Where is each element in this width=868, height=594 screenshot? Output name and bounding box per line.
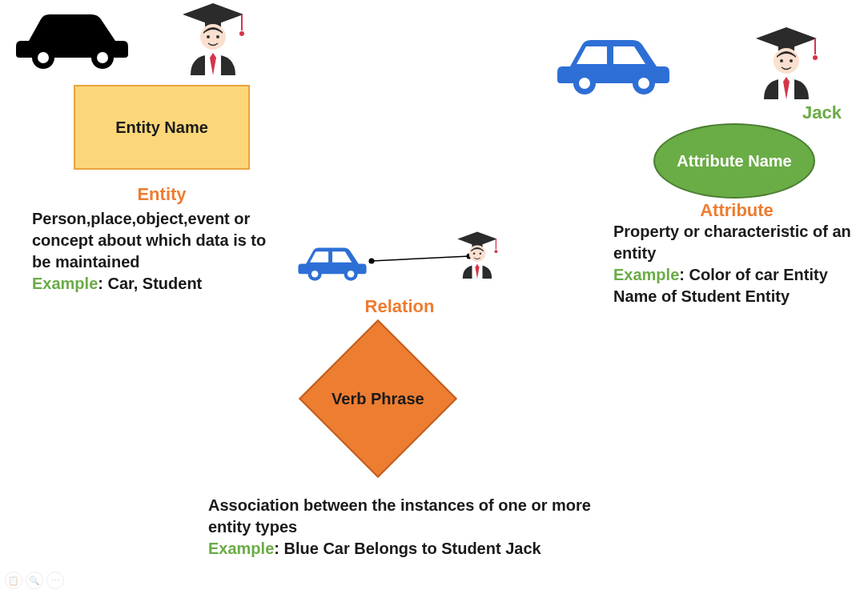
attribute-description: Property or characteristic of an entity xyxy=(613,223,851,262)
svg-point-3 xyxy=(97,52,108,63)
relation-description: Association between the instances of one… xyxy=(208,496,591,536)
attribute-example-label: Example xyxy=(613,266,679,283)
svg-point-23 xyxy=(790,59,793,62)
relation-example-label: Example xyxy=(208,540,274,557)
relation-shape: Verb Phrase xyxy=(299,319,457,478)
svg-point-39 xyxy=(480,252,482,255)
paste-icon[interactable]: 📋 xyxy=(5,572,22,589)
attribute-description-block: Property or characteristic of an entity … xyxy=(613,221,862,307)
relation-title: Relation xyxy=(356,296,444,317)
svg-point-9 xyxy=(207,35,210,38)
entity-title: Entity xyxy=(122,184,202,205)
svg-line-30 xyxy=(372,256,469,261)
svg-point-38 xyxy=(473,252,476,255)
svg-point-22 xyxy=(780,59,783,62)
svg-point-16 xyxy=(638,78,649,89)
entity-example-label: Example xyxy=(32,275,98,292)
attribute-shape: Attribute Name xyxy=(653,123,815,199)
car-icon-blue xyxy=(554,30,673,102)
relation-description-block: Association between the instances of one… xyxy=(208,495,593,560)
svg-point-36 xyxy=(494,250,497,253)
bottom-toolbar: 📋 🔍 ⋯ xyxy=(5,572,64,589)
student-icon xyxy=(181,2,245,81)
more-icon[interactable]: ⋯ xyxy=(46,572,64,589)
svg-point-27 xyxy=(311,271,319,278)
student-icon-small xyxy=(456,231,498,283)
zoom-icon[interactable]: 🔍 xyxy=(26,572,43,589)
student-icon-jack xyxy=(754,26,818,105)
relation-example-text: : Blue Car Belongs to Student Jack xyxy=(274,540,540,557)
entity-description-block: Person,place,object,event or concept abo… xyxy=(32,208,272,295)
svg-point-29 xyxy=(348,271,355,278)
attribute-title: Attribute xyxy=(689,200,785,221)
car-icon-blue-small xyxy=(296,242,368,287)
svg-point-1 xyxy=(38,52,49,63)
entity-shape-label: Entity Name xyxy=(115,118,208,137)
svg-point-31 xyxy=(369,259,375,264)
svg-point-7 xyxy=(239,31,244,36)
entity-example-text: : Car, Student xyxy=(98,275,202,292)
svg-point-14 xyxy=(579,78,590,89)
entity-description: Person,place,object,event or concept abo… xyxy=(32,210,266,271)
relation-shape-label: Verb Phrase xyxy=(332,389,424,408)
jack-label: Jack xyxy=(802,102,842,123)
svg-point-20 xyxy=(813,55,818,60)
svg-point-10 xyxy=(216,35,219,38)
attribute-shape-label: Attribute Name xyxy=(677,151,791,171)
entity-shape: Entity Name xyxy=(74,85,250,170)
car-icon-black xyxy=(13,5,131,76)
